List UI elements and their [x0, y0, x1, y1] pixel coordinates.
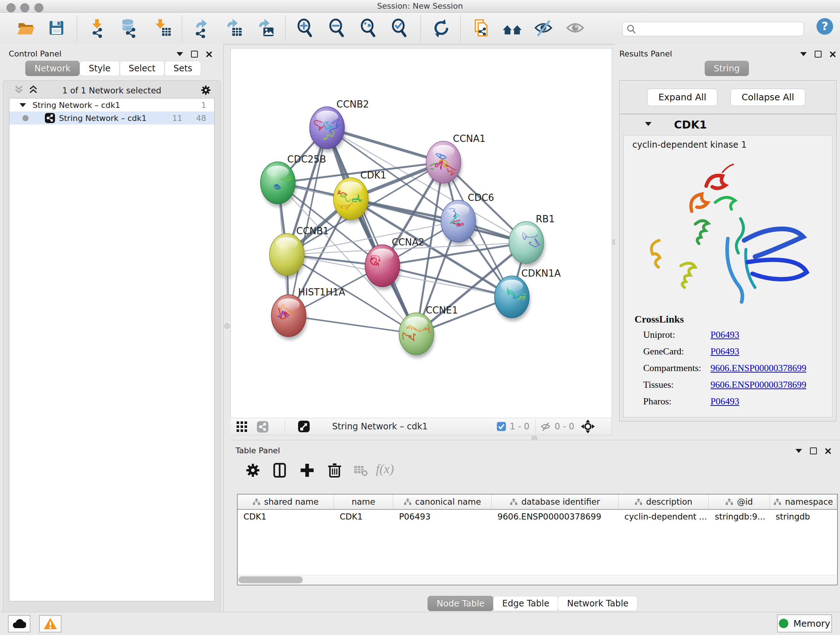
tab-network[interactable]: Network [25, 61, 80, 76]
table-cell[interactable]: P06493 [393, 510, 492, 524]
table-tabs: Node TableEdge TableNetwork Table [428, 596, 637, 611]
window-title: Session: New Session [0, 2, 840, 11]
search-input[interactable] [638, 23, 799, 34]
crosslink-value-link[interactable]: P06493 [711, 396, 739, 407]
table-row[interactable]: CDK1CDK1P064939606.ENSP00000378699cyclin… [238, 510, 837, 524]
close-panel-icon[interactable] [206, 51, 212, 57]
tab-select[interactable]: Select [120, 61, 164, 76]
control-panel-title: Control Panel [9, 49, 62, 58]
column-header-database-identifier[interactable]: database identifier [492, 494, 619, 509]
clone-network-icon[interactable] [471, 18, 491, 38]
crosslink-value-link[interactable]: P06493 [711, 346, 739, 356]
help-icon[interactable]: ? [815, 16, 835, 36]
network-row-selected[interactable]: String Network – cdk1 11 48 [9, 111, 214, 125]
tab-node-table[interactable]: Node Table [428, 596, 493, 611]
table-settings-gear-icon[interactable] [243, 460, 263, 480]
column-header-id[interactable]: @id [709, 494, 769, 509]
expand-all-button[interactable]: Expand All [647, 89, 717, 106]
panel-menu-icon[interactable] [796, 449, 802, 453]
cloud-button[interactable] [8, 615, 30, 632]
grid-view-icon[interactable] [236, 421, 248, 432]
open-session-icon[interactable] [16, 18, 36, 38]
zoom-in-icon[interactable] [295, 18, 315, 38]
node-label: RB1 [536, 214, 554, 225]
node-label: CCNA2 [392, 237, 424, 248]
column-header-name[interactable]: name [334, 494, 393, 509]
float-panel-icon[interactable] [810, 448, 817, 454]
main-toolbar: ? [0, 13, 840, 44]
close-panel-icon[interactable] [825, 448, 831, 454]
crosslink-value-link[interactable]: P06493 [711, 329, 739, 340]
network-panel-box: 1 of 1 Network selected String Network –… [3, 80, 221, 635]
float-panel-icon[interactable] [191, 51, 198, 57]
warning-button[interactable] [39, 615, 62, 632]
crosslink-row: Uniprot:P06493 [643, 329, 824, 346]
fit-selected-icon[interactable] [581, 419, 595, 434]
network-list: String Network – cdk1 1 String Network –… [9, 98, 215, 601]
memory-button[interactable]: Memory [777, 614, 832, 632]
crosslink-label: Uniprot: [643, 329, 711, 340]
network-canvas[interactable]: CCNB2CCNA1CDC25BCDK1CDC6RB1CCNB1CCNA2CDK… [231, 48, 612, 418]
float-panel-icon[interactable] [815, 51, 821, 57]
table-cell[interactable]: CDK1 [334, 510, 393, 524]
table-cell[interactable]: CDK1 [238, 510, 334, 524]
export-image-icon[interactable] [255, 18, 275, 38]
node-label: CCNA1 [453, 133, 485, 144]
table-cell[interactable]: cyclin-dependent ... [619, 510, 709, 524]
first-neighbors-icon[interactable] [502, 18, 523, 38]
column-header-namespace[interactable]: namespace [770, 494, 837, 509]
save-session-icon[interactable] [46, 18, 66, 38]
toolbar-separator [460, 16, 461, 41]
network-collection-row[interactable]: String Network – cdk1 1 [9, 98, 214, 111]
table-cell[interactable]: stringdb [770, 510, 837, 524]
expander-icon[interactable] [19, 103, 26, 107]
hide-selected-icon[interactable] [533, 18, 554, 38]
add-column-icon[interactable] [297, 460, 317, 480]
table-cell[interactable]: 9606.ENSP00000378699 [492, 510, 619, 524]
tab-edge-table[interactable]: Edge Table [493, 596, 558, 611]
export-network-icon[interactable] [191, 18, 211, 38]
crosslink-value-link[interactable]: 9606.ENSP00000378699 [711, 379, 806, 390]
results-buttons-box: Expand All Collapse All [619, 80, 836, 114]
network-view-icon[interactable] [256, 421, 269, 433]
export-table-icon[interactable] [223, 18, 243, 38]
column-header-shared-name[interactable]: shared name [238, 494, 334, 509]
selected-checkbox-icon[interactable] [497, 422, 506, 431]
network-edge[interactable] [289, 316, 416, 334]
splitter-grip[interactable] [224, 323, 230, 329]
gear-icon[interactable] [199, 84, 212, 97]
import-network-icon[interactable] [87, 18, 107, 38]
scrollbar-thumb[interactable] [238, 576, 303, 583]
tab-string[interactable]: String [705, 61, 749, 76]
crosslink-value-link[interactable]: 9606.ENSP00000378699 [711, 363, 806, 373]
collapse-all-button[interactable]: Collapse All [730, 89, 805, 106]
refresh-icon[interactable] [431, 18, 452, 38]
tab-sets[interactable]: Sets [164, 61, 202, 76]
birds-eye-view-icon[interactable] [298, 420, 310, 432]
zoom-fit-icon[interactable] [358, 18, 378, 38]
tab-network-table[interactable]: Network Table [558, 596, 638, 611]
horizontal-scrollbar[interactable] [238, 575, 837, 585]
hidden-eye-icon [540, 421, 551, 432]
protein-section-header[interactable]: CDK1 [620, 115, 836, 134]
column-header-canonical-name[interactable]: canonical name [393, 494, 492, 509]
show-all-icon[interactable] [565, 18, 585, 38]
close-panel-icon[interactable] [829, 51, 836, 57]
zoom-out-icon[interactable] [327, 18, 347, 38]
import-table-icon[interactable] [152, 18, 172, 38]
network-edge[interactable] [351, 199, 526, 242]
import-network-from-database-icon[interactable] [118, 18, 139, 38]
node-gloss [432, 145, 454, 157]
panel-menu-icon[interactable] [800, 52, 807, 56]
column-header-label: namespace [785, 497, 833, 507]
table-cell[interactable]: stringdb:9... [709, 510, 770, 524]
panel-menu-icon[interactable] [177, 52, 183, 56]
delete-column-icon[interactable] [325, 460, 345, 480]
tab-style[interactable]: Style [80, 61, 119, 76]
show-columns-icon[interactable] [270, 460, 290, 480]
collapse-section-icon[interactable] [645, 122, 652, 126]
column-header-description[interactable]: description [619, 494, 709, 509]
node-label: CCNB1 [296, 226, 329, 236]
network-view-title: String Network – cdk1 [332, 421, 428, 432]
zoom-selected-icon[interactable] [389, 18, 409, 38]
